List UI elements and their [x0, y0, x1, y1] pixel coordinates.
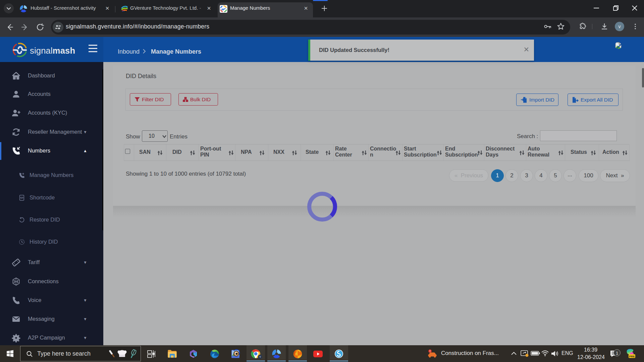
svg-text:PRE: PRE [629, 355, 635, 358]
